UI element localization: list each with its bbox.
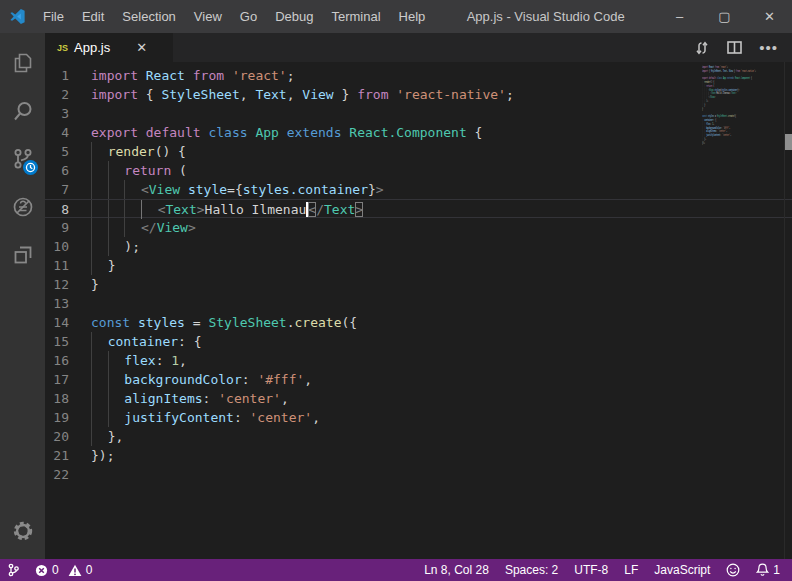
menu-go[interactable]: Go bbox=[231, 0, 266, 33]
code-token: , bbox=[179, 353, 187, 368]
code-token: alignItems bbox=[124, 391, 202, 406]
code-line: 20 }, bbox=[45, 427, 792, 446]
menu-selection[interactable]: Selection bbox=[113, 0, 184, 33]
tab-label: App.js bbox=[74, 40, 110, 55]
code-token bbox=[279, 125, 287, 140]
menu-file[interactable]: File bbox=[34, 0, 73, 33]
language-mode[interactable]: JavaScript bbox=[646, 559, 718, 581]
ruler-cursor-marker bbox=[785, 134, 792, 150]
code-token: , bbox=[287, 87, 303, 102]
code-token: extends bbox=[727, 77, 734, 80]
code-token: 'center' bbox=[250, 410, 313, 425]
line-number: 20 bbox=[45, 427, 91, 446]
explorer-icon[interactable] bbox=[0, 39, 45, 87]
code-line: 7 <View style={styles.container}> bbox=[45, 180, 792, 199]
menu-edit[interactable]: Edit bbox=[73, 0, 113, 33]
tab-bar: JS App.js ✕ ••• bbox=[45, 33, 792, 62]
code-token: ({ bbox=[342, 315, 358, 330]
code-token: ; bbox=[755, 69, 756, 72]
encoding-setting[interactable]: UTF-8 bbox=[566, 559, 616, 581]
git-branch-icon[interactable] bbox=[0, 559, 27, 581]
indent-guide bbox=[91, 332, 108, 351]
code-token: ); bbox=[706, 100, 708, 103]
code-token: flex bbox=[124, 353, 155, 368]
code-line: 5 render() { bbox=[45, 142, 792, 161]
code-token: React.Component bbox=[735, 77, 750, 80]
code-token: < bbox=[308, 202, 316, 217]
code-line: 13 bbox=[45, 294, 792, 313]
maximize-button[interactable]: ▢ bbox=[702, 0, 747, 33]
line-number: 15 bbox=[45, 332, 91, 351]
code-token: React bbox=[146, 68, 185, 83]
search-icon[interactable] bbox=[0, 87, 45, 135]
feedback-smiley-icon[interactable] bbox=[718, 559, 748, 581]
indent-guide bbox=[124, 200, 141, 219]
warning-icon bbox=[68, 564, 82, 577]
line-number: 3 bbox=[45, 104, 91, 123]
sync-clock-badge bbox=[23, 160, 38, 175]
line-number: 1 bbox=[45, 66, 91, 85]
code-token: StyleSheet bbox=[717, 115, 727, 118]
indentation-setting[interactable]: Spaces: 2 bbox=[497, 559, 566, 581]
code-line: 15 container: { bbox=[45, 332, 792, 351]
indent-guide bbox=[91, 351, 108, 370]
indent-guide bbox=[91, 427, 108, 446]
code-line: 16 flex: 1, bbox=[45, 351, 792, 370]
line-number: 17 bbox=[45, 370, 91, 389]
menu-view[interactable]: View bbox=[185, 0, 231, 33]
code-editor[interactable]: 1import React from 'react';2import { Sty… bbox=[45, 62, 792, 559]
notifications-bell[interactable]: 1 bbox=[748, 559, 792, 581]
line-number: 12 bbox=[45, 275, 91, 294]
line-number: 6 bbox=[45, 161, 91, 180]
minimize-button[interactable]: – bbox=[657, 0, 702, 33]
code-token: '#fff' bbox=[257, 372, 304, 387]
cursor-position[interactable]: Ln 8, Col 28 bbox=[416, 559, 497, 581]
tab-appjs[interactable]: JS App.js ✕ bbox=[45, 33, 173, 62]
split-editor-icon[interactable] bbox=[727, 41, 742, 54]
debug-icon[interactable] bbox=[0, 183, 45, 231]
problems-indicator[interactable]: 0 0 bbox=[27, 559, 100, 581]
code-token: , bbox=[312, 410, 320, 425]
indent-guide bbox=[91, 237, 108, 256]
tab-close-icon[interactable]: ✕ bbox=[136, 40, 147, 55]
code-token: Hallo Ilmenau bbox=[717, 92, 730, 95]
extensions-icon[interactable] bbox=[0, 231, 45, 279]
code-token: ); bbox=[124, 239, 140, 254]
indent-guide bbox=[91, 161, 108, 180]
menu-help[interactable]: Help bbox=[390, 0, 435, 33]
indent-guide bbox=[108, 218, 125, 237]
eol-setting[interactable]: LF bbox=[616, 559, 646, 581]
code-token: } bbox=[702, 107, 703, 110]
indent-guide bbox=[108, 351, 125, 370]
source-control-icon[interactable] bbox=[0, 135, 45, 183]
code-token: StyleSheet bbox=[208, 315, 286, 330]
menu-terminal[interactable]: Terminal bbox=[322, 0, 389, 33]
code-line: 18 alignItems: 'center', bbox=[45, 389, 792, 408]
bell-icon bbox=[756, 563, 769, 577]
menu-debug[interactable]: Debug bbox=[266, 0, 322, 33]
code-token: ( bbox=[171, 163, 187, 178]
settings-gear-icon[interactable] bbox=[0, 508, 45, 553]
code-token: 1 bbox=[171, 353, 179, 368]
sync-changes-icon[interactable] bbox=[694, 40, 710, 56]
error-icon bbox=[35, 564, 48, 577]
warning-count: 0 bbox=[86, 563, 93, 577]
notification-count: 1 bbox=[773, 563, 780, 577]
minimap[interactable]: import React from 'react';import { Style… bbox=[702, 65, 770, 485]
code-token: > bbox=[714, 96, 715, 99]
code-line: 1import React from 'react'; bbox=[45, 66, 792, 85]
menu-bar: File Edit Selection View Go Debug Termin… bbox=[34, 0, 434, 33]
code-token: class bbox=[208, 125, 247, 140]
code-token: > bbox=[738, 88, 739, 91]
code-token: Text bbox=[255, 87, 286, 102]
code-token: import bbox=[91, 68, 138, 83]
code-line: 8 <Text>Hallo Ilmenau</Text> bbox=[45, 199, 792, 218]
more-actions-icon[interactable]: ••• bbox=[759, 39, 778, 56]
overview-ruler[interactable] bbox=[784, 62, 792, 559]
code-token: : { bbox=[178, 334, 201, 349]
line-number: 4 bbox=[45, 123, 91, 142]
code-token: ({ bbox=[734, 115, 736, 118]
code-content: 1import React from 'react';2import { Sty… bbox=[45, 66, 792, 484]
close-button[interactable]: ✕ bbox=[747, 0, 792, 33]
code-token: default bbox=[146, 125, 201, 140]
